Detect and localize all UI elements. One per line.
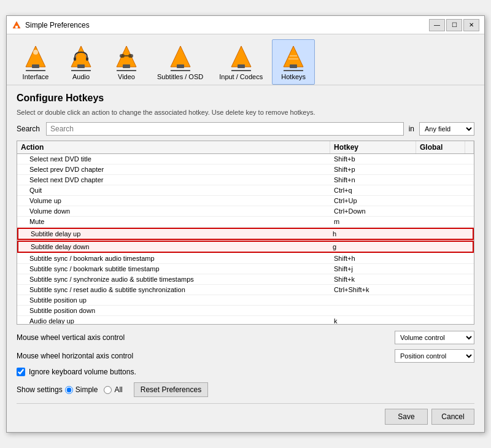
radio-all-label[interactable]: All: [114, 385, 122, 394]
mouse-wheel-horizontal-dropdown[interactable]: Volume control Position control None: [395, 349, 474, 363]
hotkey-cell: Shift+h: [330, 253, 416, 263]
table-row[interactable]: Volume upCtrl+Up: [17, 196, 474, 206]
toolbar-item-video[interactable]: Video: [105, 39, 148, 85]
scroll-cell: [465, 175, 474, 185]
table-row[interactable]: Audio delay upk: [17, 316, 474, 325]
mouse-wheel-vertical-row: Mouse wheel vertical axis control Volume…: [17, 331, 474, 344]
toolbar-item-interface[interactable]: Interface: [14, 39, 57, 85]
action-cell: Quit: [17, 185, 330, 195]
toolbar-item-hotkeys[interactable]: Hotkeys: [272, 39, 315, 85]
global-cell: [416, 196, 465, 206]
search-in-label: in: [409, 125, 414, 133]
table-row[interactable]: Select next DVD titleShift+b: [17, 154, 474, 164]
title-bar-controls: — ☐ ✕: [429, 19, 479, 31]
title-bar-left: Simple Preferences: [12, 20, 90, 30]
interface-label: Interface: [23, 73, 49, 80]
mouse-wheel-horizontal-row: Mouse wheel horizontal axis control Volu…: [17, 349, 474, 363]
toolbar-item-subtitles[interactable]: Subtitles / OSD: [150, 39, 210, 85]
table-header: Action Hotkey Global: [17, 141, 474, 154]
table-row[interactable]: Subtitle sync / bookmark audio timestamp…: [17, 253, 474, 264]
show-settings-row: Show settings Simple All Reset Preferenc…: [17, 382, 474, 397]
input-label: Input / Codecs: [219, 73, 263, 80]
table-row[interactable]: QuitCtrl+q: [17, 185, 474, 196]
table-row[interactable]: Subtitle position up: [17, 295, 474, 306]
column-scroll: [465, 141, 474, 153]
table-row[interactable]: Mutem: [17, 217, 474, 227]
table-row[interactable]: Select prev DVD chapterShift+p: [17, 164, 474, 175]
table-row[interactable]: Subtitle sync / reset audio & subtitle s…: [17, 285, 474, 295]
action-cell: Audio delay up: [17, 316, 330, 325]
hotkeys-table: Action Hotkey Global Select next DVD tit…: [17, 141, 474, 325]
action-cell: Subtitle sync / synchronize audio & subt…: [17, 274, 330, 284]
action-cell: Subtitle position down: [17, 306, 330, 315]
scroll-cell: [464, 229, 473, 239]
radio-simple[interactable]: [65, 386, 73, 394]
hotkey-cell: Shift+b: [330, 154, 416, 164]
svg-rect-14: [128, 54, 133, 58]
table-row[interactable]: Subtitle sync / synchronize audio & subt…: [17, 274, 474, 285]
show-settings-label: Show settings: [17, 385, 63, 394]
main-window: Simple Preferences — ☐ ✕ Interface: [6, 15, 485, 433]
global-cell: [416, 217, 465, 226]
svg-rect-24: [290, 64, 297, 68]
action-cell: Subtitle position up: [17, 295, 330, 305]
scroll-cell: [465, 295, 474, 305]
minimize-button[interactable]: —: [429, 19, 445, 31]
scroll-cell: [465, 274, 474, 284]
svg-rect-3: [32, 64, 39, 68]
column-action: Action: [17, 141, 330, 153]
mouse-wheel-vertical-dropdown[interactable]: Volume control Position control None: [395, 331, 474, 344]
action-cell: Subtitle delay up: [18, 229, 329, 239]
search-field-dropdown[interactable]: Any field Action Hotkey: [419, 122, 474, 136]
action-cell: Mute: [17, 217, 330, 226]
close-button[interactable]: ✕: [463, 19, 479, 31]
svg-point-4: [33, 50, 38, 55]
svg-marker-6: [71, 46, 91, 67]
subtitles-label: Subtitles / OSD: [157, 73, 203, 80]
hotkey-cell: Shift+k: [330, 274, 416, 284]
global-cell: [416, 154, 465, 164]
hotkey-cell: Ctrl+Up: [330, 196, 416, 206]
hotkey-cell: Shift+j: [330, 264, 416, 274]
hotkey-cell: [330, 306, 416, 315]
vlc-title-icon: [12, 20, 21, 30]
hotkey-cell: k: [330, 316, 416, 325]
bottom-section: Mouse wheel vertical axis control Volume…: [17, 331, 474, 397]
search-input[interactable]: [46, 122, 404, 136]
action-cell: Subtitle sync / bookmark audio timestamp: [17, 253, 330, 263]
toolbar: Interface Audio: [7, 34, 484, 85]
cancel-button[interactable]: Cancel: [431, 409, 474, 425]
ignore-keyboard-label[interactable]: Ignore keyboard volume buttons.: [29, 368, 136, 376]
global-cell: [416, 306, 465, 315]
radio-all[interactable]: [104, 386, 112, 394]
reset-preferences-button[interactable]: Reset Preferences: [134, 382, 208, 397]
scroll-cell: [465, 264, 474, 274]
hotkey-cell: [330, 295, 416, 305]
scroll-cell: [465, 206, 474, 216]
svg-rect-18: [177, 64, 184, 68]
toolbar-item-input[interactable]: Input / Codecs: [212, 39, 269, 85]
table-row[interactable]: Volume downCtrl+Down: [17, 206, 474, 217]
hotkey-cell: Ctrl+Down: [330, 206, 416, 216]
maximize-button[interactable]: ☐: [446, 19, 462, 31]
search-row: Search in Any field Action Hotkey: [17, 122, 474, 136]
save-button[interactable]: Save: [385, 409, 428, 425]
table-body: Select next DVD titleShift+bSelect prev …: [17, 154, 474, 325]
table-row[interactable]: Subtitle position down: [17, 306, 474, 316]
svg-rect-8: [74, 57, 76, 61]
subtitles-icon: [166, 44, 195, 73]
action-cell: Select prev DVD chapter: [17, 164, 330, 174]
mouse-wheel-horizontal-label: Mouse wheel horizontal axis control: [17, 352, 395, 360]
search-label: Search: [17, 125, 41, 133]
action-cell: Subtitle sync / reset audio & subtitle s…: [17, 285, 330, 295]
svg-marker-11: [117, 46, 136, 67]
table-row[interactable]: Select next DVD chapterShift+n: [17, 175, 474, 185]
radio-simple-label[interactable]: Simple: [75, 385, 98, 394]
table-row[interactable]: Subtitle delay downg: [17, 241, 474, 253]
table-row[interactable]: Subtitle delay uph: [17, 228, 474, 240]
toolbar-item-audio[interactable]: Audio: [60, 39, 102, 85]
ignore-keyboard-checkbox[interactable]: [17, 368, 25, 376]
svg-rect-7: [77, 64, 85, 68]
table-row[interactable]: Subtitle sync / bookmark subtitle timest…: [17, 264, 474, 274]
global-cell: [416, 264, 465, 274]
